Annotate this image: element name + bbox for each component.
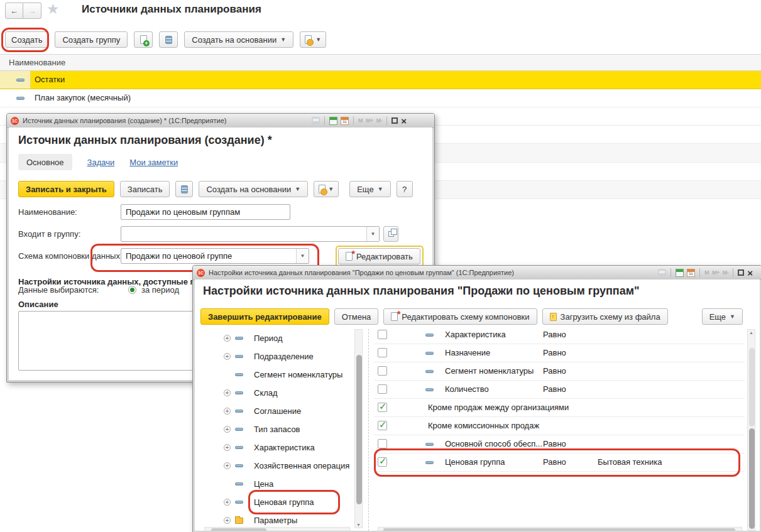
tree-item[interactable]: +Подразделение — [200, 347, 351, 366]
create-based-on-button[interactable]: Создать на основании ▼ — [199, 181, 308, 197]
condition-checkbox[interactable] — [378, 421, 387, 430]
print-icon[interactable] — [312, 117, 320, 125]
calendar-icon[interactable]: 31 — [687, 269, 695, 277]
condition-row[interactable]: Кроме продаж между организациями — [374, 399, 745, 417]
memory-recall-button[interactable]: M — [704, 269, 709, 276]
save-and-close-button[interactable]: Записать и закрыть — [18, 181, 114, 197]
condition-checkbox[interactable] — [378, 384, 387, 394]
tree-item[interactable]: +Соглашение — [200, 402, 351, 420]
expand-icon[interactable]: + — [224, 389, 231, 396]
tree-item[interactable]: +Характеристика — [200, 438, 351, 457]
group-open-button[interactable] — [383, 226, 398, 242]
condition-checkbox[interactable] — [378, 457, 387, 467]
dialog2-titlebar[interactable]: 1С Настройки источника данных планирован… — [193, 266, 761, 280]
scroll-up-icon[interactable]: ▲ — [748, 330, 755, 335]
expand-icon[interactable]: + — [224, 499, 231, 506]
close-button[interactable]: × — [401, 117, 407, 125]
finish-editing-button[interactable]: Завершить редактирование — [200, 308, 329, 325]
back-button[interactable]: ← — [5, 3, 23, 19]
tree-item[interactable]: +Период — [200, 329, 351, 347]
tree-item[interactable]: Цена — [200, 475, 351, 493]
load-schema-button[interactable]: Загрузить схему из файла — [542, 308, 668, 325]
condition-checkbox[interactable] — [378, 348, 387, 357]
table-row[interactable]: Остатки — [0, 71, 761, 89]
condition-row[interactable]: КоличествоРавно — [374, 381, 745, 399]
scrollbar-thumb[interactable] — [749, 428, 755, 529]
report-icon-button[interactable]: ▼ — [314, 181, 339, 197]
condition-row[interactable]: Ценовая группаРавноБытовая техника — [374, 453, 745, 472]
chevron-down-icon[interactable]: ▼ — [366, 227, 379, 241]
group-field[interactable]: ▼ — [121, 226, 380, 242]
tab-notes[interactable]: Мои заметки — [129, 158, 178, 167]
edit-layout-schema-button[interactable]: Редактировать схему компоновки — [383, 308, 537, 325]
list-settings-icon-button[interactable] — [159, 31, 178, 48]
print-icon[interactable] — [658, 269, 666, 277]
panel-splitter[interactable] — [368, 329, 369, 531]
expand-icon[interactable]: + — [224, 444, 231, 451]
condition-checkbox[interactable] — [378, 439, 387, 448]
memory-subtract-button[interactable]: M- — [376, 117, 383, 124]
list-header[interactable]: Наименование — [0, 54, 761, 71]
condition-row[interactable]: Кроме комиссионных продаж — [374, 417, 745, 435]
condition-checkbox[interactable] — [378, 366, 387, 376]
tab-tasks[interactable]: Задачи — [87, 158, 115, 167]
name-field[interactable]: Продажи по ценовым группам — [121, 204, 290, 220]
tree-item-label: Цена — [254, 479, 273, 489]
conditions-vertical-scrollbar[interactable]: ▲ — [747, 329, 755, 531]
scrollbar-thumb[interactable] — [383, 528, 735, 531]
table-row[interactable]: План закупок (месячный) — [0, 89, 761, 107]
calendar-icon[interactable]: 31 — [341, 117, 349, 125]
expand-icon[interactable]: + — [224, 426, 231, 433]
calculator-icon[interactable] — [329, 117, 337, 125]
conditions-horizontal-scrollbar[interactable] — [378, 527, 742, 531]
favorite-star-icon[interactable]: ★ — [47, 1, 60, 18]
condition-row[interactable]: ХарактеристикаРавно — [374, 326, 745, 344]
tree-item[interactable]: +Хозяйственная операция — [200, 457, 351, 475]
tree-item[interactable]: Сегмент номенклатуры — [200, 366, 351, 384]
condition-checkbox[interactable] — [378, 403, 387, 412]
radio-period[interactable] — [128, 286, 136, 294]
more-button[interactable]: Еще ▼ — [702, 308, 743, 325]
help-button[interactable]: ? — [397, 181, 413, 197]
report-icon-button[interactable]: ▼ — [300, 31, 326, 48]
chevron-down-icon[interactable]: ▼ — [296, 249, 309, 263]
scrollbar-thumb[interactable] — [356, 355, 362, 504]
memory-add-button[interactable]: M+ — [712, 269, 720, 276]
expand-icon[interactable]: + — [224, 353, 231, 360]
forward-button[interactable]: → — [23, 3, 41, 19]
expand-icon[interactable]: + — [224, 335, 231, 342]
tab-main[interactable]: Основное — [18, 154, 72, 170]
calculator-icon[interactable] — [676, 269, 684, 277]
memory-add-button[interactable]: M+ — [366, 117, 373, 124]
tree-item[interactable]: +Ценовая группа — [200, 493, 351, 511]
memory-subtract-button[interactable]: M- — [723, 269, 729, 276]
scrollbar-thumb[interactable] — [211, 528, 266, 531]
tree-horizontal-scrollbar[interactable] — [204, 527, 350, 531]
tree-vertical-scrollbar[interactable]: ▼ — [354, 329, 363, 528]
cancel-button[interactable]: Отмена — [334, 308, 379, 325]
scroll-down-icon[interactable]: ▼ — [355, 523, 362, 527]
more-button[interactable]: Еще ▼ — [349, 181, 390, 197]
maximize-button[interactable] — [738, 269, 744, 276]
condition-row[interactable]: Основной способ обесп...Равно — [374, 435, 745, 453]
schema-field[interactable]: Продажи по ценовой группе ▼ — [121, 248, 309, 264]
memory-recall-button[interactable]: M — [358, 117, 363, 124]
dialog1-titlebar[interactable]: 1С Источник данных планирования (создани… — [7, 114, 434, 128]
save-button[interactable]: Записать — [120, 181, 170, 197]
create-button[interactable]: Создать — [5, 31, 48, 48]
create-based-on-button[interactable]: Создать на основании ▼ — [184, 31, 293, 48]
expand-icon[interactable]: + — [224, 408, 231, 415]
expand-icon[interactable]: + — [224, 517, 231, 524]
edit-schema-button[interactable]: Редактировать — [338, 248, 420, 264]
tree-item[interactable]: +Тип запасов — [200, 420, 351, 438]
close-button[interactable]: × — [747, 269, 753, 277]
create-group-button[interactable]: Создать группу — [55, 31, 128, 48]
new-item-icon-button[interactable] — [134, 31, 153, 48]
condition-checkbox[interactable] — [378, 330, 387, 339]
maximize-button[interactable] — [391, 117, 398, 124]
expand-icon[interactable]: + — [224, 462, 231, 469]
list-settings-icon-button[interactable] — [175, 181, 193, 197]
tree-item[interactable]: +Склад — [200, 384, 351, 402]
condition-row[interactable]: НазначениеРавно — [374, 344, 745, 362]
condition-row[interactable]: Сегмент номенклатурыРавно — [374, 362, 745, 381]
